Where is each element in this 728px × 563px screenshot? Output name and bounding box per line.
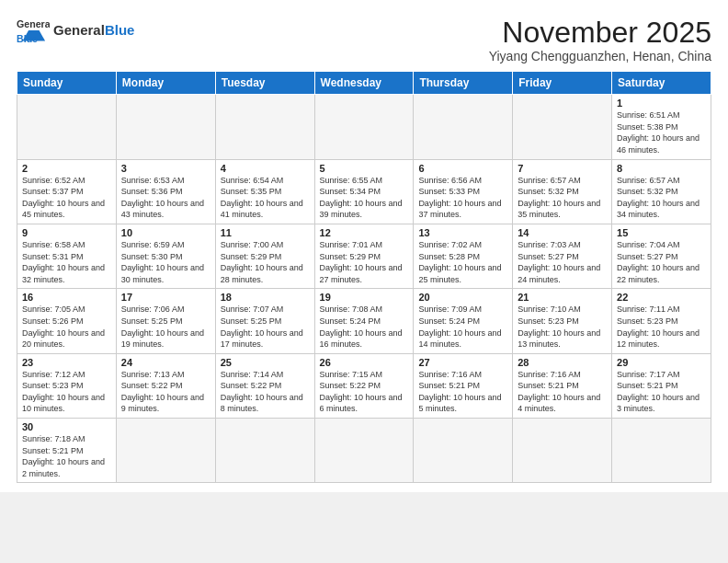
day-number: 25 [221, 357, 310, 368]
day-info: Sunrise: 6:55 AM Sunset: 5:34 PM Dayligh… [320, 175, 409, 221]
day-number: 28 [518, 357, 607, 368]
day-number: 2 [22, 163, 111, 174]
day-cell [513, 95, 612, 159]
month-title: November 2025 [489, 17, 711, 49]
day-number: 27 [418, 357, 507, 368]
day-info: Sunrise: 7:07 AM Sunset: 5:25 PM Dayligh… [221, 304, 310, 350]
weekday-header-saturday: Saturday [612, 72, 711, 95]
day-cell: 17Sunrise: 7:06 AM Sunset: 5:25 PM Dayli… [116, 289, 215, 353]
day-cell: 2Sunrise: 6:52 AM Sunset: 5:37 PM Daylig… [17, 159, 117, 224]
title-block: November 2025 Yiyang Chengguanzhen, Hena… [489, 17, 711, 63]
week-row-1: 1Sunrise: 6:51 AM Sunset: 5:38 PM Daylig… [17, 95, 711, 159]
day-cell [414, 95, 513, 159]
day-info: Sunrise: 7:17 AM Sunset: 5:21 PM Dayligh… [617, 369, 706, 415]
day-info: Sunrise: 6:51 AM Sunset: 5:38 PM Dayligh… [617, 109, 706, 155]
day-cell: 13Sunrise: 7:02 AM Sunset: 5:28 PM Dayli… [414, 224, 513, 288]
day-info: Sunrise: 7:08 AM Sunset: 5:24 PM Dayligh… [320, 304, 409, 350]
day-cell: 19Sunrise: 7:08 AM Sunset: 5:24 PM Dayli… [314, 289, 414, 353]
day-number: 17 [121, 292, 210, 303]
day-number: 21 [518, 292, 607, 303]
day-cell: 30Sunrise: 7:18 AM Sunset: 5:21 PM Dayli… [17, 419, 117, 483]
day-number: 20 [418, 292, 507, 303]
day-info: Sunrise: 6:59 AM Sunset: 5:30 PM Dayligh… [121, 239, 210, 285]
day-cell: 29Sunrise: 7:17 AM Sunset: 5:21 PM Dayli… [612, 353, 711, 418]
day-info: Sunrise: 7:12 AM Sunset: 5:23 PM Dayligh… [22, 369, 111, 415]
day-info: Sunrise: 6:53 AM Sunset: 5:36 PM Dayligh… [121, 175, 210, 221]
day-cell [215, 419, 314, 483]
day-number: 29 [617, 357, 706, 368]
day-cell: 23Sunrise: 7:12 AM Sunset: 5:23 PM Dayli… [17, 353, 117, 418]
day-cell: 20Sunrise: 7:09 AM Sunset: 5:24 PM Dayli… [414, 289, 513, 353]
day-info: Sunrise: 7:00 AM Sunset: 5:29 PM Dayligh… [221, 239, 310, 285]
day-cell: 11Sunrise: 7:00 AM Sunset: 5:29 PM Dayli… [215, 224, 314, 288]
week-row-3: 9Sunrise: 6:58 AM Sunset: 5:31 PM Daylig… [17, 224, 711, 288]
day-cell: 10Sunrise: 6:59 AM Sunset: 5:30 PM Dayli… [116, 224, 215, 288]
day-cell: 5Sunrise: 6:55 AM Sunset: 5:34 PM Daylig… [314, 159, 414, 224]
logo: General Blue GeneralBlue [17, 17, 134, 44]
day-cell [116, 419, 215, 483]
day-info: Sunrise: 7:14 AM Sunset: 5:22 PM Dayligh… [221, 369, 310, 415]
day-info: Sunrise: 6:54 AM Sunset: 5:35 PM Dayligh… [221, 175, 310, 221]
day-info: Sunrise: 7:09 AM Sunset: 5:24 PM Dayligh… [418, 304, 507, 350]
day-cell [414, 419, 513, 483]
day-cell: 24Sunrise: 7:13 AM Sunset: 5:22 PM Dayli… [116, 353, 215, 418]
day-cell: 6Sunrise: 6:56 AM Sunset: 5:33 PM Daylig… [414, 159, 513, 224]
day-number: 7 [518, 163, 607, 174]
day-number: 12 [320, 227, 409, 238]
day-cell: 25Sunrise: 7:14 AM Sunset: 5:22 PM Dayli… [215, 353, 314, 418]
day-info: Sunrise: 7:10 AM Sunset: 5:23 PM Dayligh… [518, 304, 607, 350]
day-info: Sunrise: 7:13 AM Sunset: 5:22 PM Dayligh… [121, 369, 210, 415]
day-cell: 14Sunrise: 7:03 AM Sunset: 5:27 PM Dayli… [513, 224, 612, 288]
day-number: 1 [617, 98, 706, 109]
day-number: 8 [617, 163, 706, 174]
day-cell: 21Sunrise: 7:10 AM Sunset: 5:23 PM Dayli… [513, 289, 612, 353]
day-cell [314, 95, 414, 159]
day-number: 6 [418, 163, 507, 174]
location: Yiyang Chengguanzhen, Henan, China [489, 49, 711, 63]
page-header: General Blue GeneralBlue November 2025 Y… [17, 17, 711, 63]
day-cell: 8Sunrise: 6:57 AM Sunset: 5:32 PM Daylig… [612, 159, 711, 224]
day-cell [314, 419, 414, 483]
day-cell: 16Sunrise: 7:05 AM Sunset: 5:26 PM Dayli… [17, 289, 117, 353]
day-info: Sunrise: 6:58 AM Sunset: 5:31 PM Dayligh… [22, 239, 111, 285]
day-info: Sunrise: 7:05 AM Sunset: 5:26 PM Dayligh… [22, 304, 111, 350]
day-number: 14 [518, 227, 607, 238]
day-number: 11 [221, 227, 310, 238]
week-row-6: 30Sunrise: 7:18 AM Sunset: 5:21 PM Dayli… [17, 419, 711, 483]
day-number: 10 [121, 227, 210, 238]
svg-text:Blue: Blue [17, 33, 38, 44]
day-cell: 15Sunrise: 7:04 AM Sunset: 5:27 PM Dayli… [612, 224, 711, 288]
day-info: Sunrise: 7:18 AM Sunset: 5:21 PM Dayligh… [22, 433, 111, 479]
weekday-header-wednesday: Wednesday [314, 72, 414, 95]
day-cell: 28Sunrise: 7:16 AM Sunset: 5:21 PM Dayli… [513, 353, 612, 418]
day-number: 26 [320, 357, 409, 368]
day-info: Sunrise: 6:56 AM Sunset: 5:33 PM Dayligh… [418, 175, 507, 221]
day-cell: 9Sunrise: 6:58 AM Sunset: 5:31 PM Daylig… [17, 224, 117, 288]
calendar-table: SundayMondayTuesdayWednesdayThursdayFrid… [17, 71, 711, 483]
logo-icon: General Blue [17, 17, 50, 44]
weekday-header-thursday: Thursday [414, 72, 513, 95]
logo-blue: Blue [105, 22, 135, 38]
svg-text:General: General [17, 18, 50, 29]
weekday-header-sunday: Sunday [17, 72, 117, 95]
day-info: Sunrise: 7:04 AM Sunset: 5:27 PM Dayligh… [617, 239, 706, 285]
day-cell: 26Sunrise: 7:15 AM Sunset: 5:22 PM Dayli… [314, 353, 414, 418]
day-cell: 18Sunrise: 7:07 AM Sunset: 5:25 PM Dayli… [215, 289, 314, 353]
day-info: Sunrise: 7:11 AM Sunset: 5:23 PM Dayligh… [617, 304, 706, 350]
day-cell: 3Sunrise: 6:53 AM Sunset: 5:36 PM Daylig… [116, 159, 215, 224]
weekday-header-monday: Monday [116, 72, 215, 95]
day-info: Sunrise: 7:16 AM Sunset: 5:21 PM Dayligh… [518, 369, 607, 415]
day-number: 30 [22, 421, 111, 432]
day-number: 15 [617, 227, 706, 238]
day-number: 3 [121, 163, 210, 174]
day-cell: 4Sunrise: 6:54 AM Sunset: 5:35 PM Daylig… [215, 159, 314, 224]
day-cell: 1Sunrise: 6:51 AM Sunset: 5:38 PM Daylig… [612, 95, 711, 159]
day-number: 23 [22, 357, 111, 368]
day-info: Sunrise: 6:57 AM Sunset: 5:32 PM Dayligh… [518, 175, 607, 221]
weekday-header-tuesday: Tuesday [215, 72, 314, 95]
day-number: 5 [320, 163, 409, 174]
day-number: 13 [418, 227, 507, 238]
day-number: 9 [22, 227, 111, 238]
weekday-header-friday: Friday [513, 72, 612, 95]
day-cell [513, 419, 612, 483]
